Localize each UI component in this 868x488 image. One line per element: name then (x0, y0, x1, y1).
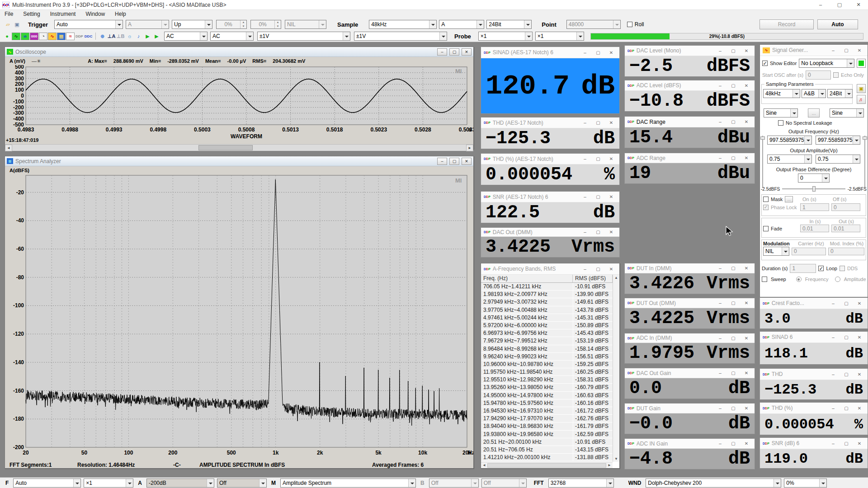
table-row[interactable]: 1.41210 kHz~20.00100 kHz-131.88 dBFS (481, 454, 613, 461)
loopback-select[interactable]: No Loopback (799, 59, 854, 68)
sound-device-icon[interactable]: ♪ (134, 33, 143, 40)
maximize-icon[interactable]: ▢ (593, 267, 604, 272)
table-row[interactable]: 3.97705 kHz~4.00488 kHz-143.78 dBFS (481, 306, 613, 314)
trigger-rejection-select[interactable]: NIL (285, 20, 326, 29)
oscilloscope-scrollbar[interactable]: ◄ ► (5, 144, 473, 151)
mask-off-input[interactable]: 0 (831, 203, 860, 211)
minimize-icon[interactable]: – (715, 441, 726, 446)
maximize-icon[interactable]: ▢ (841, 441, 852, 446)
generator-bits-select[interactable]: 24Bit (827, 89, 853, 98)
amplitude-b-slider[interactable] (863, 136, 867, 188)
scroll-up-icon[interactable]: ▲ (614, 276, 618, 280)
generator-rate-select[interactable]: 48kHz (763, 89, 800, 98)
table-row[interactable]: 4.97461 kHz~5.00244 kHz-145.31 dBFS (481, 314, 613, 322)
mask-on-input[interactable]: 1 (800, 203, 829, 211)
window-close-button[interactable]: ✕ (849, 0, 868, 9)
trigger-mode-select[interactable]: Auto (54, 20, 123, 29)
maximize-icon[interactable]: ▢ (449, 158, 459, 165)
marker-b-icon[interactable]: ⊥B (116, 33, 125, 40)
table-row[interactable]: 6.96973 kHz~6.99756 kHz-145.43 dBFS (481, 329, 613, 337)
table-row[interactable]: 19.93800 kHz~19.96580 kHz-162.59 dBFS (481, 431, 613, 438)
window-minimize-button[interactable]: – (811, 0, 830, 9)
a-range-select[interactable]: -200dB (146, 479, 214, 488)
waveform-browse-button[interactable]: ... (808, 108, 820, 117)
mod-index-input[interactable]: 0 (828, 248, 864, 255)
maximize-icon[interactable]: ▢ (841, 372, 852, 377)
play-a-icon[interactable]: ▶ (143, 33, 152, 40)
probe-a-select[interactable]: ×1 (478, 32, 533, 41)
menu-file[interactable]: File (5, 11, 13, 17)
maximize-icon[interactable]: ▢ (728, 371, 739, 375)
meter-titlebar[interactable]: DDPTHD–▢✕ (760, 369, 868, 380)
maximize-icon[interactable]: ▢ (728, 406, 739, 411)
close-icon[interactable]: ✕ (606, 156, 617, 161)
mask-browse-button[interactable]: ... (785, 196, 793, 202)
echo-only-checkbox[interactable] (833, 72, 839, 78)
minimize-icon[interactable]: – (715, 371, 726, 375)
frequency-axis-select[interactable]: Auto (13, 479, 81, 488)
close-icon[interactable]: ✕ (741, 48, 752, 53)
close-icon[interactable]: ✕ (606, 120, 617, 125)
overlap-select[interactable]: 0% (784, 479, 827, 488)
start-osc-input[interactable]: 0 (806, 70, 831, 80)
spectrum-plot[interactable]: -20-40-60-80-100-120-140-160-180-2002050… (5, 174, 473, 459)
meter-titlebar[interactable]: DDPADC Range–▢✕ (625, 153, 755, 163)
minimize-icon[interactable]: – (828, 372, 839, 377)
minimize-icon[interactable]: – (437, 48, 447, 56)
oscilloscope-titlebar[interactable]: ∿ Oscilloscope – ▢ ✕ (5, 47, 473, 57)
table-row[interactable]: 11.95750 kHz~11.98540 kHz-160.25 dBFS (481, 368, 613, 376)
meter-titlebar[interactable]: DDPDUT In (DMM)–▢✕ (625, 263, 755, 273)
minimize-icon[interactable]: – (580, 156, 590, 161)
loop-checkbox[interactable]: ✓ (818, 266, 824, 271)
play-b-icon[interactable]: ▶ (152, 33, 161, 40)
carrier-input[interactable]: 0 (792, 248, 826, 255)
menu-help[interactable]: Help (115, 11, 126, 17)
minimize-icon[interactable]: – (580, 50, 590, 55)
scroll-right-icon[interactable]: ► (466, 145, 473, 151)
meter-titlebar[interactable]: DDPDAC Range–▢✕ (625, 117, 755, 127)
close-icon[interactable]: ✕ (854, 301, 865, 306)
sweep-amplitude-radio[interactable] (835, 277, 840, 282)
table-row[interactable]: 1.98193 kHz~2.00977 kHz-139.90 dBFS (481, 291, 613, 298)
spectrum-3d-icon[interactable]: ▦ (57, 33, 66, 40)
meter-titlebar[interactable]: DDPTHD (%)–▢✕ (760, 403, 868, 414)
maximize-icon[interactable]: ▢ (728, 83, 739, 88)
oscilloscope-plot[interactable]: 5004003002001000-100-200-300-400-5000.49… (5, 65, 473, 143)
frequency-a-select[interactable]: 997.55859375 (767, 136, 812, 145)
meter-titlebar[interactable]: DDPDAC Out Gain–▢✕ (625, 368, 755, 378)
sweep-checkbox[interactable] (762, 277, 767, 282)
close-icon[interactable]: ✕ (854, 372, 865, 377)
maximize-icon[interactable]: ▢ (593, 50, 604, 55)
table-row[interactable]: 20.51 Hz~706.05 Hz-143.15 dBFS (481, 446, 613, 454)
gauge-icon[interactable]: ◔ (39, 33, 47, 40)
maximize-icon[interactable]: ▢ (728, 155, 739, 160)
minimize-icon[interactable]: – (580, 267, 590, 272)
amplitude-b-select[interactable]: 0.75 (816, 155, 860, 164)
close-icon[interactable]: ✕ (741, 83, 752, 88)
window-maximize-button[interactable]: ▢ (830, 0, 849, 9)
meter-titlebar[interactable]: DDPSNR (AES-17 Notch) 6–▢✕ (481, 192, 619, 202)
modulation-select[interactable]: NIL (763, 247, 789, 256)
frequency-bands-titlebar[interactable]: DDP A-Frequency Bands, RMS – ▢ ✕ (481, 263, 619, 275)
menu-instrument[interactable]: Instrument (50, 11, 76, 17)
dds-checkbox[interactable] (840, 266, 845, 271)
meter-titlebar[interactable]: DDPDUT Out (DMM)–▢✕ (625, 298, 755, 308)
close-icon[interactable]: ✕ (854, 406, 865, 411)
scroll-right-icon[interactable]: ► (608, 463, 611, 467)
meter-titlebar[interactable]: DDPDAC Level (Mono)–▢✕ (625, 46, 755, 56)
fade-checkbox[interactable] (763, 226, 769, 231)
maximize-icon[interactable]: ▢ (728, 441, 739, 446)
maximize-icon[interactable]: ▢ (728, 300, 739, 305)
minimize-icon[interactable]: – (715, 406, 726, 411)
range-b-select[interactable]: ±1V (354, 32, 447, 41)
b-extra-select[interactable]: Off (481, 479, 527, 488)
sampling-rate-select[interactable]: 48kHz (369, 20, 437, 29)
meter-titlebar[interactable]: DDPSINAD 6–▢✕ (760, 332, 868, 343)
meter-titlebar[interactable]: DDPCrest Facto...–▢✕ (760, 298, 868, 309)
maximize-icon[interactable]: ▢ (728, 266, 739, 271)
duration-input[interactable]: 1 (790, 264, 816, 273)
minimize-icon[interactable]: – (715, 336, 726, 341)
marker-a-icon[interactable]: ⊥A (107, 33, 116, 40)
table-row[interactable]: 16.94530 kHz~16.97310 kHz-161.72 dBFS (481, 407, 613, 415)
close-icon[interactable]: ✕ (741, 119, 752, 124)
